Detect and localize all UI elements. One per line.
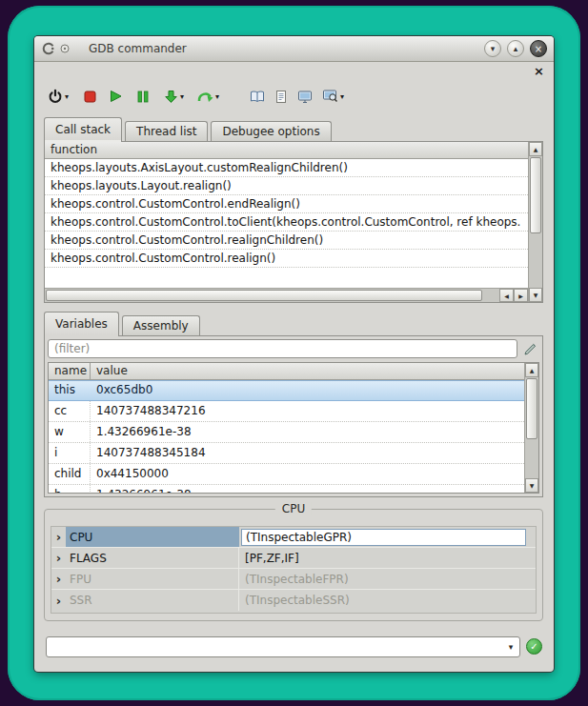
step-over-chevron[interactable]: ▾ [215,92,219,101]
cpu-row-value: (TInspectableFPR) [239,569,536,589]
filter-pen-icon[interactable] [520,342,539,356]
variable-row[interactable]: child 0x44150000 [49,464,524,485]
background: GDB commander ▾ ▴ × × ▾ [0,0,588,706]
pause-button[interactable] [137,85,149,108]
scrollbar-right-button[interactable]: ▶ [514,289,528,302]
run-button[interactable] [110,85,122,108]
variable-row[interactable]: this 0xc65db0 [49,380,524,401]
confirm-button[interactable]: ✓ [526,638,542,655]
monitor-search-chevron[interactable]: ▾ [340,92,344,101]
stop-button[interactable] [84,85,96,108]
power-button[interactable] [48,85,63,108]
variable-row[interactable]: w 1.43266961e-38 [49,422,524,443]
tab-debugee-options[interactable]: Debugee options [211,121,331,141]
tabbar-top: Call stack Thread list Debugee options [44,117,335,141]
cpu-row-name: FLAGS [66,548,239,568]
variable-value: 140737488345184 [91,443,524,463]
book-button[interactable] [250,85,265,108]
monitor-button[interactable] [297,85,313,108]
power-menu-chevron[interactable]: ▾ [65,92,69,101]
dock-close-button[interactable]: × [534,66,544,76]
variable-row[interactable]: i 140737488345184 [49,443,524,464]
call-stack-row[interactable]: kheops.control.CustomControl.realignChil… [45,232,528,250]
cpu-row-name: FPU [66,569,239,589]
variable-row[interactable]: cc 140737488347216 [49,401,524,422]
cpu-row-name: SSR [66,590,239,611]
cpu-row-ssr[interactable]: › SSR (TInspectableSSR) [51,590,536,611]
variable-row[interactable]: b 1.43266961e-38 [49,485,524,493]
monitor-icon [297,90,313,104]
filter-row [48,339,539,358]
step-over-button[interactable] [197,85,213,108]
call-stack-vertical-scrollbar[interactable]: ▲ ▼ [528,142,542,302]
cpu-row-gpr[interactable]: › CPU (TInspectableGPR) [51,527,536,548]
expander-icon[interactable]: › [51,590,66,611]
gdb-commander-window: GDB commander ▾ ▴ × × ▾ [34,36,554,672]
call-stack-row[interactable]: kheops.layouts.Layout.realign() [45,177,528,195]
run-icon [110,90,122,103]
call-stack-row[interactable]: kheops.control.CustomControl.toClient(kh… [45,213,528,232]
call-stack-panel: function kheops.layouts.AxisLayout.custo… [44,141,543,303]
tab-variables[interactable]: Variables [44,312,119,335]
cpu-row-fpu[interactable]: › FPU (TInspectableFPR) [51,569,536,590]
step-into-button[interactable] [164,85,178,108]
variable-value: 1.43266961e-38 [91,485,524,493]
scrollbar-thumb[interactable] [46,290,482,301]
call-stack-horizontal-scrollbar[interactable]: ◀ ▶ [45,288,528,302]
variable-value: 1.43266961e-38 [91,422,524,442]
scrollbar-down-button[interactable]: ▼ [529,288,542,302]
scrollbar-thumb[interactable] [530,157,541,233]
shade-button[interactable]: ▾ [484,40,501,57]
chevron-up-icon: ▴ [514,44,518,53]
monitor-search-button[interactable] [322,85,338,108]
cpu-value-field[interactable]: (TInspectableGPR) [241,529,526,546]
app-icon [41,41,56,56]
variable-name: b [49,485,91,493]
variable-name: cc [49,401,91,421]
step-into-chevron[interactable]: ▾ [180,92,184,101]
combo-chevron-icon[interactable]: ▾ [502,642,519,652]
cpu-row-name: CPU [66,527,239,547]
call-stack-row[interactable]: kheops.control.CustomControl.realign() [45,250,528,268]
variable-value: 140737488347216 [91,401,524,421]
document-icon [274,90,288,104]
cpu-register-tree: › CPU (TInspectableGPR) › FLAGS [PF,ZF,I… [51,526,537,614]
variable-value: 0x44150000 [91,464,524,484]
scrollbar-thumb[interactable] [526,378,537,439]
titlebar[interactable]: GDB commander ▾ ▴ × [34,36,554,62]
scrollbar-down-button[interactable]: ▼ [525,478,538,493]
call-stack-row[interactable]: kheops.layouts.AxisLayout.customRealignC… [45,159,528,177]
call-stack-row[interactable]: kheops.control.CustomControl.endRealign(… [45,195,528,213]
expander-icon[interactable]: › [51,527,66,547]
scrollbar-left-button[interactable]: ◀ [499,289,514,302]
step-into-icon [164,90,178,104]
variables-vertical-scrollbar[interactable]: ▲ ▼ [524,363,538,493]
command-input[interactable] [47,638,502,656]
maximize-button[interactable]: ▴ [507,40,524,57]
close-button[interactable]: × [530,40,547,57]
command-combobox[interactable]: ▾ [46,636,520,657]
document-button[interactable] [274,85,288,108]
scrollbar-up-button[interactable]: ▲ [525,363,538,377]
variables-header-row: name value [49,363,524,380]
expander-icon[interactable]: › [51,548,66,568]
variables-list: name value this 0xc65db0 cc 140737488347… [49,363,524,493]
tab-assembly[interactable]: Assembly [122,315,200,335]
tab-thread-list[interactable]: Thread list [125,121,208,141]
window-title: GDB commander [89,42,187,55]
variable-name: i [49,443,91,463]
chevron-down-icon: ▾ [491,44,496,53]
pause-icon [137,91,149,103]
variables-table: name value this 0xc65db0 cc 140737488347… [48,362,539,494]
step-over-icon [197,90,213,103]
value-column-header: value [91,363,524,379]
check-icon: ✓ [530,641,537,652]
variable-value: 0xc65db0 [91,381,524,400]
tab-call-stack[interactable]: Call stack [44,117,122,141]
cpu-row-flags[interactable]: › FLAGS [PF,ZF,IF] [51,548,536,569]
filter-input[interactable] [48,339,517,358]
scrollbar-up-button[interactable]: ▲ [529,142,542,156]
expander-icon[interactable]: › [51,569,66,589]
call-stack-list: function kheops.layouts.AxisLayout.custo… [45,142,528,288]
call-stack-column-header: function [45,142,528,159]
